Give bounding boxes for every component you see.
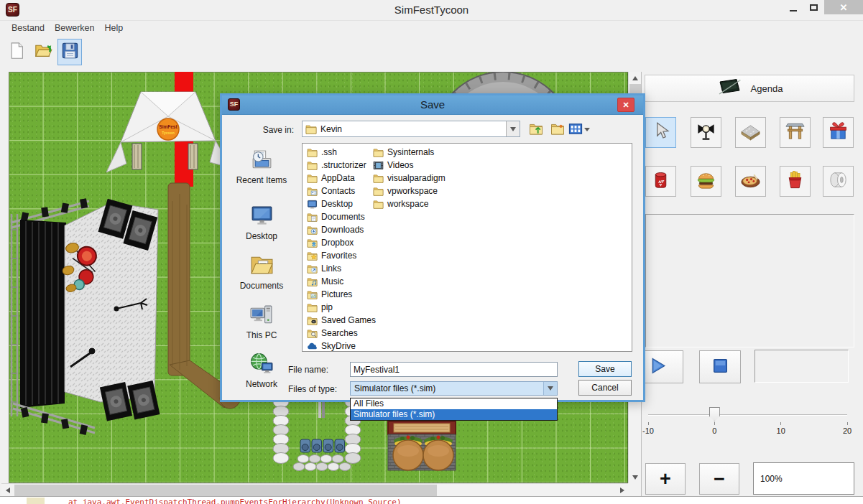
tool-gift-button[interactable] bbox=[823, 117, 854, 148]
zoom-out-button[interactable]: − bbox=[699, 463, 739, 495]
folder-icon bbox=[373, 148, 384, 157]
file-list-item[interactable]: AppData bbox=[307, 172, 373, 185]
save-dialog: SF Save Save in: Kevin Recent ItemsDeskt… bbox=[220, 93, 645, 402]
file-list-item[interactable]: Searches bbox=[307, 327, 373, 340]
burger-sign bbox=[423, 436, 453, 471]
file-list-item[interactable]: Favorites bbox=[307, 249, 373, 262]
place-recent-items[interactable]: Recent Items bbox=[227, 148, 296, 185]
combo-arrow-button[interactable] bbox=[543, 382, 557, 395]
menu-bewerken[interactable]: Bewerken bbox=[50, 22, 99, 34]
file-list-item[interactable]: Downloads bbox=[307, 223, 373, 236]
dialog-title-bar[interactable]: SF Save bbox=[222, 95, 643, 115]
place-this-pc[interactable]: This PC bbox=[227, 303, 296, 340]
saved-games-icon bbox=[307, 316, 318, 325]
file-list-item[interactable]: Sysinternals bbox=[373, 146, 446, 159]
horizontal-scroll-thumb[interactable] bbox=[14, 485, 437, 496]
gift-icon bbox=[827, 120, 849, 145]
open-button[interactable] bbox=[31, 39, 55, 65]
files-of-type-label: Files of type: bbox=[288, 384, 337, 394]
view-menu-button[interactable] bbox=[570, 122, 589, 137]
recent-icon bbox=[249, 148, 275, 174]
menu-help[interactable]: Help bbox=[100, 22, 127, 34]
side-panel: Agenda + − 100% -1001020 bbox=[641, 72, 863, 496]
folder-icon bbox=[305, 124, 317, 134]
file-list-item[interactable]: vpworkspace bbox=[373, 185, 446, 197]
burger-stand[interactable] bbox=[388, 421, 456, 470]
tool-road-button[interactable] bbox=[735, 117, 766, 148]
zoom-level-field[interactable]: 100% bbox=[753, 462, 854, 495]
folder-icon bbox=[307, 161, 318, 170]
file-list-item[interactable]: SkyDrive bbox=[307, 340, 373, 352]
toilet-block[interactable] bbox=[273, 396, 361, 471]
create-new-folder-button[interactable] bbox=[548, 122, 567, 137]
save-button[interactable]: Save bbox=[578, 361, 632, 377]
scroll-down-button[interactable] bbox=[629, 471, 641, 483]
file-list-item[interactable]: Music bbox=[307, 275, 373, 288]
file-list-item[interactable]: workspace bbox=[373, 197, 446, 210]
type-option[interactable]: Simulator files (*.sim) bbox=[351, 409, 557, 420]
console-chip bbox=[27, 498, 45, 504]
tool-spotlight-button[interactable] bbox=[691, 117, 721, 148]
zoom-in-button[interactable]: + bbox=[645, 463, 686, 495]
file-list[interactable]: .ssh.structorizerAppDataContactsDesktopD… bbox=[302, 143, 632, 352]
file-label: Sysinternals bbox=[387, 147, 434, 157]
scroll-up-button[interactable] bbox=[629, 72, 641, 84]
file-name-input[interactable] bbox=[350, 362, 558, 377]
menu-bestand[interactable]: Bestand bbox=[7, 22, 49, 34]
agenda-label: Agenda bbox=[751, 83, 783, 94]
tool-pizza-button[interactable] bbox=[735, 166, 766, 197]
horizontal-scrollbar[interactable] bbox=[1, 483, 628, 496]
slider-tick-label: 0 bbox=[703, 426, 725, 435]
scroll-left-button[interactable] bbox=[1, 484, 14, 496]
file-list-column: .ssh.structorizerAppDataContactsDesktopD… bbox=[307, 146, 373, 351]
file-list-item[interactable]: .ssh bbox=[307, 146, 373, 159]
tool-toilet-paper-button[interactable] bbox=[823, 166, 854, 197]
file-list-item[interactable]: pip bbox=[307, 301, 373, 314]
file-list-item[interactable]: Pictures bbox=[307, 288, 373, 301]
scroll-right-button[interactable] bbox=[616, 484, 628, 496]
file-list-item[interactable]: Links bbox=[307, 262, 373, 275]
tool-cursor-button[interactable] bbox=[645, 117, 676, 148]
save-button[interactable] bbox=[57, 39, 82, 65]
file-list-item[interactable]: .structorizer bbox=[307, 159, 373, 172]
file-list-item[interactable]: Videos bbox=[373, 159, 446, 172]
agenda-button[interactable]: Agenda bbox=[645, 75, 854, 102]
slider-tick-label: 20 bbox=[836, 426, 858, 435]
tool-gate-button[interactable] bbox=[780, 117, 811, 148]
folder-icon bbox=[373, 174, 384, 183]
tool-fries-button[interactable] bbox=[780, 166, 811, 197]
files-of-type-combobox[interactable]: Simulator files (*.sim) bbox=[350, 381, 558, 396]
new-button[interactable] bbox=[4, 39, 29, 65]
up-one-level-button[interactable] bbox=[527, 122, 545, 137]
speed-slider-handle[interactable] bbox=[709, 407, 720, 421]
file-list-item[interactable]: Documents bbox=[307, 210, 373, 223]
file-list-item[interactable]: Contacts bbox=[307, 185, 373, 197]
type-option[interactable]: All Files bbox=[351, 398, 557, 409]
file-label: .structorizer bbox=[321, 160, 366, 170]
place-documents[interactable]: Documents bbox=[227, 253, 296, 291]
pictures-icon bbox=[307, 290, 318, 299]
dialog-body: Save in: Kevin Recent ItemsDesktopDocume… bbox=[222, 115, 643, 400]
file-list-item[interactable]: Saved Games bbox=[307, 314, 373, 327]
maximize-button[interactable] bbox=[804, 0, 823, 15]
entrance-tent[interactable]: SimFest Tycoon bbox=[106, 92, 231, 172]
computer-icon bbox=[249, 303, 275, 329]
place-network[interactable]: Network bbox=[227, 352, 296, 389]
file-list-item[interactable]: Dropbox bbox=[307, 236, 373, 249]
dialog-close-button[interactable] bbox=[617, 98, 634, 112]
file-list-item[interactable]: Desktop bbox=[307, 197, 373, 210]
minimize-button[interactable] bbox=[784, 0, 803, 15]
save-in-combobox[interactable]: Kevin bbox=[302, 121, 520, 137]
speed-slider-track[interactable] bbox=[648, 414, 847, 416]
close-button[interactable] bbox=[824, 0, 863, 14]
main-stage[interactable] bbox=[11, 198, 160, 435]
combo-arrow-button[interactable] bbox=[506, 121, 520, 136]
documents-icon bbox=[307, 213, 318, 222]
stop-button[interactable] bbox=[699, 350, 741, 383]
tool-trash-button[interactable] bbox=[645, 166, 676, 197]
file-list-item[interactable]: visualparadigm bbox=[373, 172, 446, 185]
place-desktop[interactable]: Desktop bbox=[227, 204, 296, 241]
file-label: SkyDrive bbox=[321, 341, 356, 351]
cancel-button[interactable]: Cancel bbox=[578, 380, 632, 396]
tool-burger-button[interactable] bbox=[691, 166, 721, 197]
